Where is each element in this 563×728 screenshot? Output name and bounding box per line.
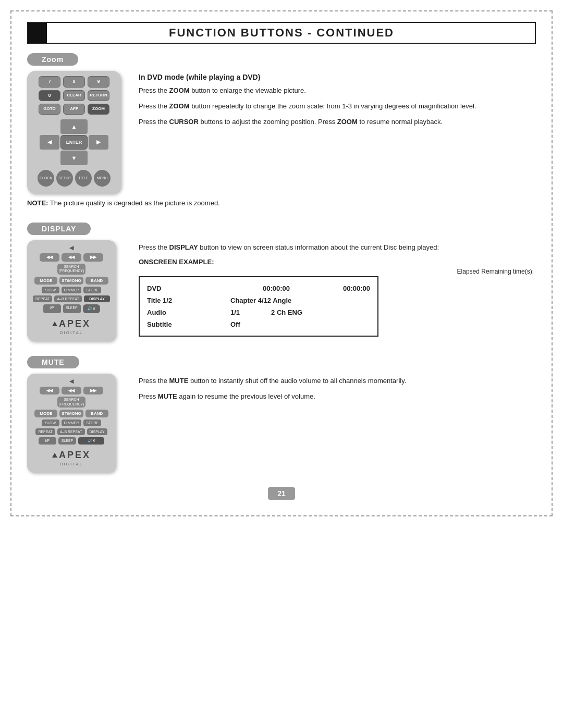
btn-clear[interactable]: CLEAR — [63, 90, 85, 102]
btn-9[interactable]: 9 — [88, 76, 109, 88]
btn-title[interactable]: TITLE — [75, 170, 92, 187]
dpad-right[interactable]: ▶ — [89, 135, 108, 150]
subtitle-label: Subtitle — [147, 320, 210, 328]
mute-remote: ◀ ◀◀ ◀◀ ▶▶ SEARCH(FREQUENCY) MODE ST/MON… — [27, 374, 116, 473]
mute-btn-prev[interactable]: ◀◀ — [40, 387, 59, 395]
onscreen-example: ONSCREEN EXAMPLE: Elapsed Remaining time… — [139, 258, 536, 337]
display-bold1: DISPLAY — [169, 243, 198, 251]
spacer-left — [35, 264, 55, 275]
spacer-right — [88, 264, 107, 275]
title-label: Title 1/2 — [147, 297, 210, 304]
apex-triangle-icon — [52, 322, 57, 326]
zoom-section: Zoom 7 8 9 0 CLEAR RETURN — [27, 53, 536, 208]
zoom-remote-wrap: 7 8 9 0 CLEAR RETURN GOTO AFF ZOOM — [27, 71, 126, 194]
apex-logo: APEX — [52, 318, 91, 329]
mute-btn-ip[interactable]: I/P — [39, 437, 56, 445]
btn-ab-repeat[interactable]: A–B REPEAT — [54, 295, 82, 302]
btn-repeat[interactable]: REPEAT — [33, 295, 53, 302]
mute-section: MUTE ◀ ◀◀ ◀◀ ▶▶ SEARCH(FREQUENCY) — [27, 356, 536, 473]
mute-btn-repeat[interactable]: REPEAT — [35, 428, 55, 435]
btn-fforward[interactable]: ▶▶ — [83, 253, 103, 262]
display-row-subtitle: Subtitle Off — [147, 318, 370, 330]
page-title: FUNCTION BUTTONS - CONTINUED — [27, 22, 536, 44]
btn-search-freq[interactable]: SEARCH(FREQUENCY) — [57, 264, 86, 275]
display-remote: ◀ ◀◀ ◀◀ ▶▶ SEARCH(FREQUENCY) — [27, 240, 116, 341]
mute-btn-mode[interactable]: MODE — [34, 410, 57, 417]
dvd-elapsed: 00:00:00 — [263, 285, 290, 292]
btn-slow[interactable]: SLOW — [42, 287, 59, 293]
mute-btn-sleep[interactable]: SLEEP — [58, 437, 76, 445]
zoom-bold3: CURSOR — [169, 118, 199, 126]
bottom-row: CLOCK SETUP TITLE MENU — [38, 170, 111, 187]
mute-btn-stmono[interactable]: ST/MONO — [59, 410, 83, 417]
dpad-up[interactable]: ▲ — [60, 119, 88, 134]
mute-btn-dimmer[interactable]: DIMMER — [62, 419, 81, 426]
mute-btn-store[interactable]: STORE — [83, 419, 101, 426]
title-chapter: Chapter 4/12 Angle — [230, 297, 291, 304]
btn-goto[interactable]: GOTO — [39, 104, 60, 114]
btn-band[interactable]: BAND — [85, 277, 108, 285]
apex-digital-text: DIGITAL — [60, 330, 83, 335]
btn-setup[interactable]: SETUP — [56, 170, 73, 187]
btn-8[interactable]: 8 — [63, 76, 85, 88]
mute-desc: Press the MUTE button to instantly shut … — [139, 374, 536, 407]
audio-val2: 2 Ch ENG — [271, 309, 302, 316]
repeat-row: REPEAT A–B REPEAT DISPLAY — [31, 295, 112, 302]
mute-btn-ab-repeat[interactable]: A–B REPEAT — [57, 428, 85, 435]
mute-btn-mute[interactable]: 🔊✕ — [78, 437, 104, 445]
slow-row: SLOW DIMMER STORE — [31, 287, 112, 293]
mute-btn-rew[interactable]: ◀◀ — [62, 387, 81, 395]
btn-ip[interactable]: I/P — [43, 304, 61, 313]
audio-label: Audio — [147, 309, 210, 316]
btn-clock[interactable]: CLOCK — [38, 170, 54, 187]
btn-stmono[interactable]: ST/MONO — [59, 277, 83, 285]
mute-btn-ffw[interactable]: ▶▶ — [83, 387, 103, 395]
subtitle-val: Off — [230, 320, 240, 328]
mute-ip-row: I/P SLEEP 🔊✕ — [31, 437, 112, 445]
btn-0[interactable]: 0 — [39, 90, 60, 102]
btn-7[interactable]: 7 — [39, 76, 60, 88]
mute-top-arrow-icon: ◀ — [69, 378, 74, 385]
dpad-down[interactable]: ▼ — [60, 151, 88, 165]
mute-spacer-l — [35, 397, 55, 408]
mute-btn-slow[interactable]: SLOW — [42, 419, 59, 426]
dpad-left[interactable]: ◀ — [40, 135, 59, 150]
mute-btn-display[interactable]: DISPLAY — [87, 428, 107, 435]
row-goto-aff-zoom: GOTO AFF ZOOM — [31, 104, 117, 114]
btn-zoom[interactable]: ZOOM — [88, 104, 109, 114]
zoom-note: NOTE: The picture quality is degraded as… — [27, 198, 536, 208]
display-row-dvd: DVD 00:00:00 00:00:00 — [147, 282, 370, 294]
zoom-label: Zoom — [27, 53, 78, 66]
display-section: DISPLAY ◀ ◀◀ ◀◀ ▶▶ SEARCH(FREQUENC — [27, 223, 536, 341]
mute-bold2: MUTE — [158, 392, 177, 400]
mute-btn-search[interactable]: SEARCH(FREQUENCY) — [57, 397, 86, 408]
zoom-content: 7 8 9 0 CLEAR RETURN GOTO AFF ZOOM — [27, 71, 536, 194]
zoom-para3: Press the CURSOR buttons to adjust the z… — [139, 117, 536, 127]
btn-prev-track[interactable]: ◀◀ — [40, 253, 59, 262]
display-content: ◀ ◀◀ ◀◀ ▶▶ SEARCH(FREQUENCY) — [27, 240, 536, 341]
btn-dimmer[interactable]: DIMMER — [62, 287, 81, 293]
btn-rewind[interactable]: ◀◀ — [62, 253, 81, 262]
btn-mode[interactable]: MODE — [34, 277, 57, 285]
page-outer: FUNCTION BUTTONS - CONTINUED Zoom 7 8 9 … — [10, 10, 553, 516]
mute-para2: Press MUTE again to resume the previous … — [139, 391, 536, 402]
search-row: SEARCH(FREQUENCY) — [35, 264, 108, 275]
zoom-para2: Press the ZOOM button repeatedly to chan… — [139, 101, 536, 112]
zoom-dvd-mode-title: In DVD mode (while playing a DVD) — [139, 73, 536, 81]
btn-store[interactable]: STORE — [83, 287, 101, 293]
btn-aff[interactable]: AFF — [63, 104, 85, 114]
btn-sleep[interactable]: SLEEP — [63, 304, 81, 313]
dpad-enter[interactable]: ENTER — [60, 135, 88, 150]
display-intro: Press the DISPLAY button to view on scre… — [139, 242, 536, 253]
top-arrow-icon: ◀ — [69, 244, 74, 251]
btn-display[interactable]: DISPLAY — [84, 295, 110, 302]
mute-apex-text: APEX — [59, 450, 91, 461]
btn-menu[interactable]: MENU — [94, 170, 111, 187]
zoom-remote: 7 8 9 0 CLEAR RETURN GOTO AFF ZOOM — [27, 71, 121, 194]
btn-mute-complex[interactable]: 🔊✕ — [83, 304, 100, 313]
mute-apex-triangle-icon — [52, 453, 57, 458]
btn-return[interactable]: RETURN — [88, 90, 109, 102]
page-number-wrap: 21 — [27, 487, 536, 500]
display-row-audio: Audio 1/1 2 Ch ENG — [147, 306, 370, 318]
mute-btn-band[interactable]: BAND — [85, 410, 108, 417]
